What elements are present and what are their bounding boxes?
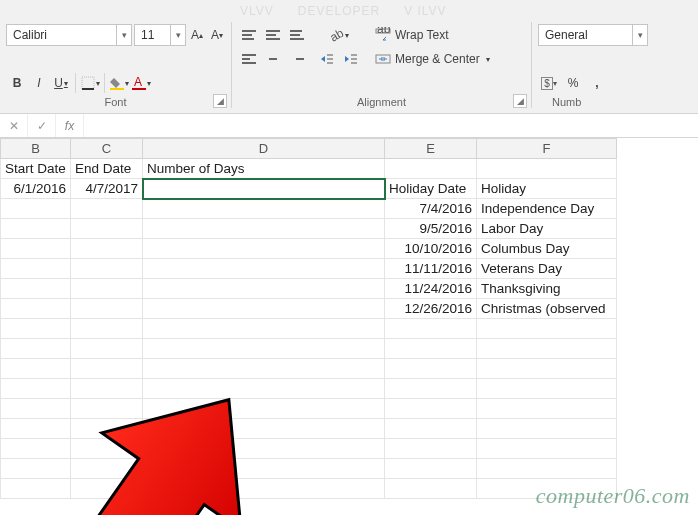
cell[interactable]: Columbus Day (477, 239, 617, 259)
cell[interactable] (71, 299, 143, 319)
cell[interactable] (143, 239, 385, 259)
cell[interactable] (1, 399, 71, 419)
cell[interactable]: Start Date (1, 159, 71, 179)
cell[interactable] (71, 379, 143, 399)
cell[interactable] (385, 479, 477, 499)
cell[interactable] (385, 439, 477, 459)
decrease-font-size-button[interactable]: A▾ (208, 24, 226, 46)
align-left-button[interactable] (238, 48, 260, 70)
cell[interactable] (143, 379, 385, 399)
cell[interactable] (71, 359, 143, 379)
cell[interactable] (1, 219, 71, 239)
cell[interactable]: 11/24/2016 (385, 279, 477, 299)
cell[interactable] (143, 399, 385, 419)
orientation-button[interactable]: ab▾ (316, 24, 362, 46)
cell[interactable] (385, 399, 477, 419)
cell[interactable] (1, 379, 71, 399)
cell[interactable] (477, 379, 617, 399)
column-header-B[interactable]: B (1, 139, 71, 159)
insert-function-button[interactable]: fx (56, 114, 84, 137)
cell[interactable] (1, 479, 71, 499)
chevron-down-icon[interactable]: ▾ (633, 25, 647, 45)
cell[interactable] (143, 439, 385, 459)
cell[interactable]: Labor Day (477, 219, 617, 239)
cell[interactable] (385, 379, 477, 399)
chevron-down-icon[interactable]: ▾ (486, 55, 490, 64)
fill-color-button[interactable]: ▾ (108, 72, 130, 94)
column-header-C[interactable]: C (71, 139, 143, 159)
cell[interactable] (385, 419, 477, 439)
border-button[interactable]: ▾ (79, 72, 101, 94)
cell[interactable] (477, 439, 617, 459)
cell[interactable] (385, 339, 477, 359)
cell[interactable] (143, 339, 385, 359)
cell[interactable]: 4/7/2017 (71, 179, 143, 199)
cell[interactable] (71, 259, 143, 279)
cell[interactable] (477, 419, 617, 439)
cell[interactable]: Number of Days (143, 159, 385, 179)
align-middle-button[interactable] (262, 24, 284, 46)
comma-format-button[interactable]: , (586, 72, 608, 94)
cell[interactable] (143, 259, 385, 279)
cell[interactable] (1, 299, 71, 319)
cell[interactable] (477, 459, 617, 479)
cell[interactable] (477, 359, 617, 379)
font-size-combo[interactable]: 11 ▾ (134, 24, 186, 46)
cell[interactable] (143, 479, 385, 499)
cell[interactable] (143, 179, 385, 199)
cell[interactable] (477, 319, 617, 339)
cell[interactable] (143, 359, 385, 379)
cell[interactable]: Holiday Date (385, 179, 477, 199)
cell[interactable] (71, 339, 143, 359)
cell[interactable]: 10/10/2016 (385, 239, 477, 259)
cell[interactable] (71, 279, 143, 299)
dialog-launcher-alignment[interactable]: ◢ (513, 94, 527, 108)
cell[interactable] (71, 219, 143, 239)
cancel-formula-button[interactable]: ✕ (0, 114, 28, 137)
dialog-launcher-font[interactable]: ◢ (213, 94, 227, 108)
percent-format-button[interactable]: % (562, 72, 584, 94)
confirm-formula-button[interactable]: ✓ (28, 114, 56, 137)
column-header-E[interactable]: E (385, 139, 477, 159)
font-name-combo[interactable]: Calibri ▾ (6, 24, 132, 46)
cell[interactable] (477, 339, 617, 359)
cell[interactable] (1, 319, 71, 339)
cell[interactable]: Holiday (477, 179, 617, 199)
cell[interactable]: 9/5/2016 (385, 219, 477, 239)
cell[interactable]: 6/1/2016 (1, 179, 71, 199)
chevron-down-icon[interactable]: ▾ (171, 25, 185, 45)
cell[interactable] (1, 279, 71, 299)
italic-button[interactable]: I (28, 72, 50, 94)
number-format-combo[interactable]: General ▾ (538, 24, 648, 46)
chevron-down-icon[interactable]: ▾ (117, 25, 131, 45)
cell[interactable] (71, 239, 143, 259)
align-right-button[interactable] (286, 48, 308, 70)
cell[interactable] (1, 239, 71, 259)
accounting-format-button[interactable]: $▾ (538, 72, 560, 94)
cell[interactable]: End Date (71, 159, 143, 179)
decrease-indent-button[interactable] (316, 48, 338, 70)
align-center-button[interactable] (262, 48, 284, 70)
cell[interactable] (71, 319, 143, 339)
cell[interactable] (143, 459, 385, 479)
wrap-text-button[interactable]: ab Wrap Text (370, 24, 495, 46)
cell[interactable] (1, 459, 71, 479)
chevron-down-icon[interactable]: ▾ (147, 79, 151, 88)
cell[interactable] (385, 319, 477, 339)
cell[interactable] (477, 479, 617, 499)
formula-input[interactable] (84, 114, 698, 137)
cell[interactable] (1, 359, 71, 379)
cell[interactable]: 7/4/2016 (385, 199, 477, 219)
cell[interactable] (1, 419, 71, 439)
cell[interactable]: Thanksgiving (477, 279, 617, 299)
cell[interactable] (143, 279, 385, 299)
cell[interactable]: Christmas (observed (477, 299, 617, 319)
cell[interactable] (71, 479, 143, 499)
cell[interactable] (71, 439, 143, 459)
chevron-down-icon[interactable]: ▾ (96, 79, 100, 88)
cell[interactable] (477, 159, 617, 179)
cell[interactable] (143, 219, 385, 239)
cell[interactable]: 11/11/2016 (385, 259, 477, 279)
underline-button[interactable]: U▾ (50, 72, 72, 94)
increase-font-size-button[interactable]: A▴ (188, 24, 206, 46)
